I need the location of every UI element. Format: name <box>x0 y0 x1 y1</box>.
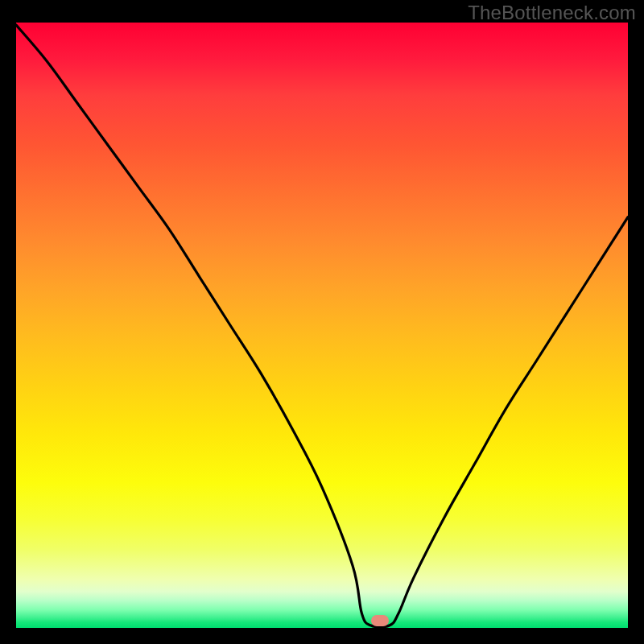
bottleneck-curve <box>16 25 628 627</box>
plot-area <box>16 23 628 628</box>
chart-frame: TheBottleneck.com line <box>0 0 644 644</box>
minimum-marker <box>371 615 389 626</box>
curve-svg <box>16 23 628 628</box>
watermark-text: TheBottleneck.com <box>468 2 636 24</box>
